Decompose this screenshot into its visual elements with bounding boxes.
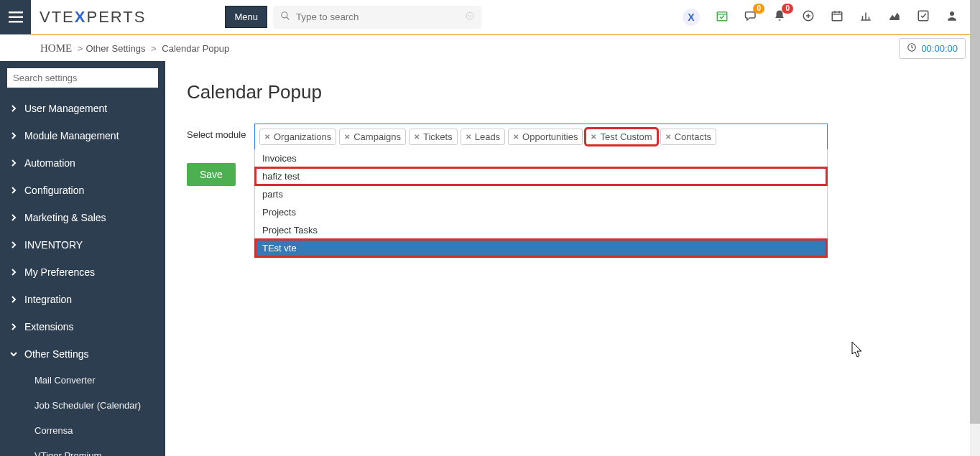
bar-chart-icon[interactable] [859, 9, 872, 24]
module-multiselect[interactable]: ✕Organizations✕Campaigns✕Tickets✕Leads✕O… [254, 124, 828, 150]
scrollbar-thumb[interactable] [970, 0, 980, 424]
sidebar-item[interactable]: INVENTORY [0, 231, 165, 259]
chat-badge: 0 [753, 4, 764, 14]
chevron-icon [10, 348, 17, 360]
selected-tag[interactable]: ✕Campaigns [339, 129, 406, 145]
selected-tag[interactable]: ✕Organizations [259, 129, 336, 145]
timer[interactable]: 00:00:00 [899, 38, 966, 59]
sidebar: User ManagementModule ManagementAutomati… [0, 61, 165, 456]
logo: VTEXPERTS [40, 8, 146, 27]
sidebar-item[interactable]: Module Management [0, 122, 165, 149]
chevron-icon [10, 212, 17, 223]
remove-tag-icon[interactable]: ✕ [344, 133, 350, 141]
remove-tag-icon[interactable]: ✕ [591, 133, 596, 141]
sidebar-item-label: Marketing & Sales [24, 212, 106, 223]
page-title: Calendar Popup [187, 81, 958, 103]
menu-button[interactable]: Menu [225, 6, 267, 28]
selected-tag[interactable]: ✕Leads [461, 129, 505, 145]
remove-tag-icon[interactable]: ✕ [466, 133, 471, 141]
remove-tag-icon[interactable]: ✕ [414, 133, 420, 141]
sidebar-item[interactable]: Configuration [0, 177, 165, 204]
sidebar-item[interactable]: Other Settings [0, 340, 165, 368]
dropdown-option[interactable]: Project Tasks [255, 221, 827, 239]
timer-value: 00:00:00 [921, 43, 958, 54]
sidebar-item[interactable]: Integration [0, 286, 165, 313]
area-chart-icon[interactable] [888, 9, 901, 24]
calendar-check-icon[interactable] [716, 9, 729, 24]
sidebar-item-label: User Management [24, 103, 107, 114]
select-module-label: Select module [187, 124, 249, 140]
checkbox-icon[interactable] [917, 9, 930, 24]
bell-icon[interactable]: 0 [773, 9, 786, 24]
user-icon[interactable] [946, 9, 958, 24]
breadcrumb-item[interactable]: Calendar Popup [162, 43, 229, 54]
svg-rect-11 [832, 12, 842, 21]
dropdown-option[interactable]: hafiz test [255, 167, 827, 185]
chevron-icon [10, 130, 17, 141]
plus-circle-icon[interactable] [802, 9, 815, 24]
sidebar-search-wrap [0, 61, 165, 95]
bell-badge: 0 [782, 4, 793, 14]
svg-point-20 [950, 11, 954, 16]
sidebar-subitem[interactable]: Mail Converter [0, 368, 165, 393]
chevron-icon [10, 294, 17, 305]
dropdown-option[interactable]: Projects [255, 203, 827, 221]
clock-icon [907, 42, 917, 55]
chevron-icon [10, 185, 17, 196]
search-dropdown-icon[interactable] [466, 11, 474, 22]
sidebar-item[interactable]: Automation [0, 149, 165, 177]
svg-rect-6 [717, 12, 727, 21]
chevron-icon [10, 103, 17, 114]
tag-label: Tickets [423, 131, 453, 142]
dropdown-option[interactable]: TEst vte [255, 239, 827, 257]
svg-point-3 [282, 12, 287, 18]
global-search[interactable] [273, 6, 481, 29]
sidebar-item-label: Integration [24, 294, 72, 305]
svg-line-4 [287, 17, 290, 20]
sidebar-subitem[interactable]: Corrensa [0, 418, 165, 443]
selected-tag[interactable]: ✕Test Custom [586, 129, 657, 145]
breadcrumb: HOME > Other Settings > Calendar Popup 0… [0, 35, 980, 61]
sidebar-subitem[interactable]: VTiger Premium [0, 443, 165, 456]
hamburger-menu-icon[interactable] [0, 0, 31, 34]
sidebar-item-label: Other Settings [24, 348, 89, 360]
selected-tag[interactable]: ✕Tickets [409, 129, 458, 145]
chevron-icon [10, 266, 17, 278]
chat-icon[interactable]: 0 [744, 9, 757, 24]
sidebar-item[interactable]: Marketing & Sales [0, 204, 165, 231]
svg-rect-2 [9, 21, 23, 23]
chevron-icon [10, 239, 17, 251]
tag-label: Opportunities [522, 131, 578, 142]
tag-label: Contacts [675, 131, 711, 142]
svg-rect-0 [9, 11, 23, 14]
sidebar-item[interactable]: Extensions [0, 313, 165, 340]
sidebar-item[interactable]: User Management [0, 95, 165, 122]
remove-tag-icon[interactable]: ✕ [513, 133, 519, 141]
dropdown-option[interactable]: parts [255, 185, 827, 203]
save-button[interactable]: Save [187, 163, 236, 186]
remove-tag-icon[interactable]: ✕ [665, 133, 671, 141]
calendar-icon[interactable] [831, 9, 843, 24]
module-dropdown: Invoiceshafiz testpartsProjectsProject T… [254, 149, 828, 258]
dropdown-option[interactable]: Invoices [255, 149, 827, 167]
sidebar-search-input[interactable] [7, 68, 158, 88]
sidebar-item[interactable]: My Preferences [0, 259, 165, 286]
selected-tag[interactable]: ✕Opportunities [508, 129, 583, 145]
sidebar-item-label: Module Management [24, 130, 119, 141]
cursor-icon [851, 341, 864, 360]
brand-icon[interactable]: X [683, 9, 700, 26]
select-module-row: Select module ✕Organizations✕Campaigns✕T… [187, 124, 958, 150]
svg-rect-1 [9, 16, 23, 18]
selected-tag[interactable]: ✕Contacts [660, 129, 716, 145]
chevron-icon [10, 157, 17, 169]
remove-tag-icon[interactable]: ✕ [264, 133, 270, 141]
tag-label: Campaigns [353, 131, 401, 142]
sidebar-item-label: My Preferences [24, 266, 95, 278]
breadcrumb-home[interactable]: HOME [40, 42, 72, 55]
scrollbar[interactable] [970, 0, 980, 456]
breadcrumb-item[interactable]: Other Settings [85, 43, 145, 54]
sidebar-subitem[interactable]: Job Scheduler (Calendar) [0, 393, 165, 418]
search-input[interactable] [290, 11, 466, 22]
sidebar-item-label: Configuration [24, 185, 84, 196]
svg-rect-19 [918, 11, 928, 21]
